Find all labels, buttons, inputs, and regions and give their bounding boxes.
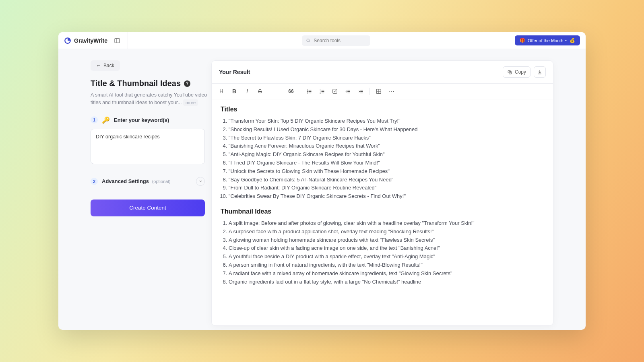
offer-label: Offer of the Month ~ (528, 38, 567, 43)
main: Back Title & Thumbnail Ideas ? A smart A… (58, 49, 586, 330)
svg-point-12 (307, 93, 307, 93)
search-input[interactable] (314, 38, 366, 43)
thumbnail-item: A youthful face beside a DIY product wit… (229, 253, 544, 261)
brand-logo-icon (64, 37, 71, 44)
copy-label: Copy (515, 69, 526, 75)
help-icon[interactable]: ? (184, 80, 190, 87)
back-label: Back (103, 63, 114, 68)
thumbnails-list: A split image: Before and after photos o… (221, 219, 544, 286)
divider (128, 32, 128, 49)
chevron-down-icon (198, 179, 203, 183)
outdent-button[interactable] (342, 86, 353, 97)
title-item: "Banishing Acne Forever: Miraculous Orga… (229, 142, 544, 150)
thumbnail-item: Close-up of clear skin with a fading acn… (229, 244, 544, 253)
titles-list: "Transform Your Skin: Top 5 DIY Organic … (221, 117, 544, 201)
italic-button[interactable]: I (242, 86, 253, 97)
title-item: "Shocking Results! I Used Organic Skinca… (229, 125, 544, 134)
left-panel: Back Title & Thumbnail Ideas ? A smart A… (58, 60, 211, 330)
page-title-text: Title & Thumbnail Ideas (91, 79, 181, 88)
quote-button[interactable]: 66 (285, 86, 297, 97)
result-actions: Copy (503, 66, 546, 78)
hr-button[interactable]: — (272, 86, 284, 97)
offer-button[interactable]: 🎁 Offer of the Month ~ 💰 (515, 35, 580, 45)
page-description: A smart AI tool that generates catchy Yo… (91, 91, 211, 107)
step-2-label: Advanced Settings (optional) (102, 178, 171, 184)
svg-point-11 (307, 91, 307, 91)
thumbnails-heading: Thumbnail Ideas (221, 208, 544, 215)
brand: GravityWrite (64, 37, 107, 44)
step-2-badge: 2 (91, 178, 98, 185)
download-icon (537, 69, 543, 75)
arrow-left-icon (96, 63, 101, 68)
thumbnail-item: A radiant face with a mixed array of hom… (229, 269, 544, 278)
step-1-label: Enter your keyword(s) (114, 117, 169, 123)
svg-point-3 (307, 39, 310, 42)
strike-button[interactable]: S (254, 86, 266, 97)
copy-icon (507, 70, 512, 75)
title-item: "I Tried DIY Organic Skincare - The Resu… (229, 159, 544, 167)
search-box[interactable] (302, 35, 370, 46)
step-2-label-text: Advanced Settings (102, 178, 149, 184)
thumbnail-item: A split image: Before and after photos o… (229, 219, 544, 228)
svg-rect-22 (333, 89, 337, 94)
keyword-input[interactable]: DIY organic skincare recipes (96, 134, 200, 157)
title-item: "The Secret to Flawless Skin: 7 DIY Orga… (229, 134, 544, 142)
heading-button[interactable]: H (216, 86, 227, 97)
gift-icon: 🎁 (520, 38, 525, 43)
table-button[interactable] (373, 86, 384, 97)
divider (300, 88, 300, 95)
divider (369, 88, 370, 95)
more-button[interactable]: ⋯ (386, 86, 397, 97)
result-header: Your Result Copy (212, 61, 553, 83)
result-card: Your Result Copy H B I (211, 60, 553, 326)
thumbnail-item: Organic ingredients laid out in a flat l… (229, 278, 544, 286)
topbar: GravityWrite 🎁 Offer of the Month ~ 💰 (58, 32, 586, 49)
title-item: "Anti-Aging Magic: DIY Organic Skincare … (229, 150, 544, 159)
step-1-badge: 1 (91, 116, 98, 123)
step-1: 1 🔑 Enter your keyword(s) (91, 116, 211, 124)
page-title: Title & Thumbnail Ideas ? (91, 79, 211, 88)
step-2-optional: (optional) (152, 179, 171, 184)
ol-button[interactable]: 123 (316, 86, 328, 97)
divider (269, 88, 269, 95)
download-button[interactable] (534, 66, 546, 78)
keyword-box: DIY organic skincare recipes (91, 129, 205, 164)
sidebar-toggle-icon[interactable] (112, 36, 122, 45)
checklist-button[interactable] (329, 86, 341, 97)
editor-toolbar: H B I S — 66 123 ⋯ (212, 83, 553, 99)
step-2-row: 2 Advanced Settings (optional) (91, 177, 205, 186)
step-2: 2 Advanced Settings (optional) (91, 178, 171, 185)
title-item: "Unlock the Secrets to Glowing Skin with… (229, 167, 544, 176)
title-item: "Celebrities Swear By These DIY Organic … (229, 192, 544, 201)
more-link[interactable]: more (183, 99, 198, 106)
copy-button[interactable]: Copy (503, 66, 530, 78)
title-item: "Transform Your Skin: Top 5 DIY Organic … (229, 117, 544, 125)
offer-emoji: 💰 (570, 38, 575, 43)
title-item: "From Dull to Radiant: DIY Organic Skinc… (229, 184, 544, 192)
result-content[interactable]: Titles "Transform Your Skin: Top 5 DIY O… (212, 99, 553, 325)
svg-point-10 (307, 90, 307, 90)
titles-heading: Titles (221, 106, 544, 113)
indent-button[interactable] (355, 86, 366, 97)
thumbnail-item: A person smiling in front of natural ing… (229, 261, 544, 269)
result-title: Your Result (219, 69, 250, 75)
search-icon (306, 38, 310, 43)
thumbnail-item: A glowing woman holding homemade skincar… (229, 236, 544, 245)
key-icon: 🔑 (102, 116, 110, 124)
thumbnail-item: A surprised face with a product applicat… (229, 228, 544, 236)
svg-rect-1 (115, 38, 120, 43)
create-content-button[interactable]: Create Content (91, 200, 205, 216)
svg-text:3: 3 (320, 92, 321, 94)
create-label: Create Content (129, 205, 166, 211)
right-panel: Your Result Copy H B I (211, 60, 586, 330)
back-button[interactable]: Back (91, 60, 120, 71)
app-window: GravityWrite 🎁 Offer of the Month ~ 💰 Ba… (58, 32, 586, 330)
bold-button[interactable]: B (229, 86, 240, 97)
brand-name: GravityWrite (74, 37, 107, 44)
advanced-toggle[interactable] (196, 177, 205, 186)
title-item: "Say Goodbye to Chemicals: 5 All-Natural… (229, 176, 544, 184)
ul-button[interactable] (303, 86, 315, 97)
svg-line-4 (309, 41, 310, 42)
